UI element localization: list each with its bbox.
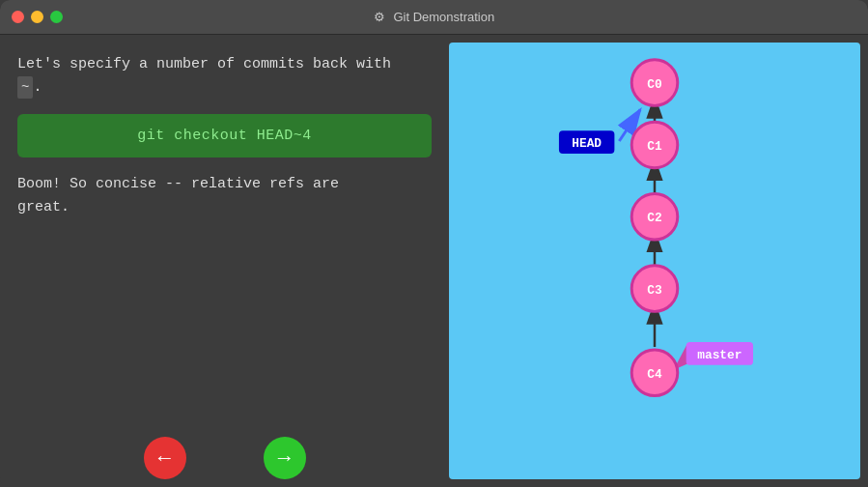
maximize-button[interactable] — [50, 11, 63, 23]
svg-text:C3: C3 — [647, 283, 662, 298]
window-title: ⚙ Git Demonstration — [374, 10, 494, 24]
gear-icon: ⚙ — [374, 10, 385, 24]
window-controls — [12, 11, 63, 23]
svg-text:C1: C1 — [647, 139, 662, 154]
tilde-symbol: ~ — [17, 76, 33, 99]
svg-text:HEAD: HEAD — [572, 136, 602, 151]
main-content: Let's specify a number of commits back w… — [0, 35, 868, 487]
svg-text:C2: C2 — [647, 211, 661, 225]
git-diagram-svg: C0 C1 C2 C3 C4 HEAD master — [449, 43, 860, 483]
close-button[interactable] — [12, 11, 24, 23]
description-text: Let's specify a number of commits back w… — [17, 54, 432, 99]
git-diagram-panel: C0 C1 C2 C3 C4 HEAD master — [449, 43, 860, 479]
prev-button[interactable]: ← — [144, 437, 186, 479]
left-panel: Let's specify a number of commits back w… — [0, 35, 449, 487]
boom-text: Boom! So concise -- relative refs are gr… — [17, 173, 432, 219]
svg-text:C0: C0 — [647, 77, 661, 92]
navigation-area: ← → — [0, 429, 449, 487]
minimize-button[interactable] — [31, 11, 43, 23]
next-button[interactable]: → — [264, 437, 306, 479]
command-button[interactable]: git checkout HEAD~4 — [17, 114, 432, 158]
svg-text:master: master — [697, 348, 742, 362]
svg-text:C4: C4 — [647, 367, 662, 382]
title-bar: ⚙ Git Demonstration — [0, 0, 868, 35]
